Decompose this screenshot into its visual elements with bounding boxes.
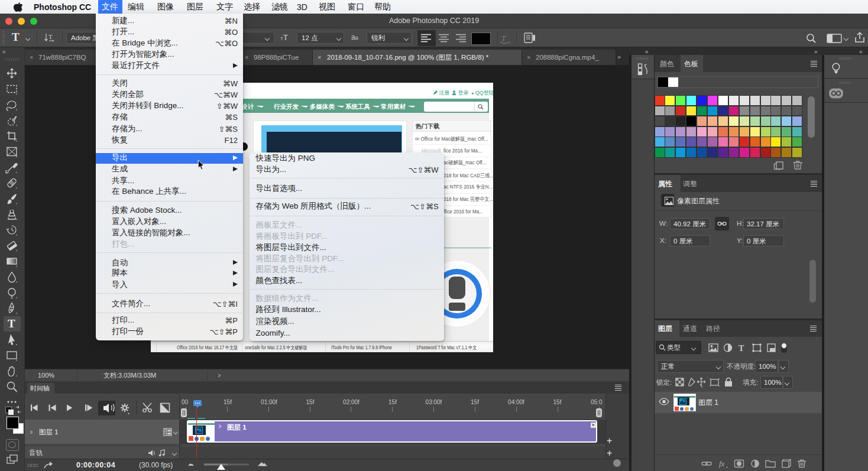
svg-text:T: T bbox=[501, 34, 506, 43]
svg-text:T: T bbox=[48, 33, 53, 40]
svg-text:T: T bbox=[739, 344, 744, 353]
svg-text:fx: fx bbox=[719, 459, 725, 468]
